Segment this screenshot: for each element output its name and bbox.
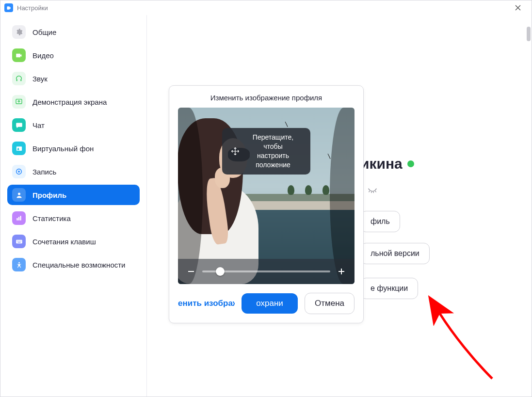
svg-rect-7 [18, 217, 19, 221]
sidebar-item-chat[interactable]: Чат [7, 115, 140, 135]
move-icon [231, 147, 240, 156]
sidebar-item-statistics[interactable]: Статистика [7, 208, 140, 228]
sidebar-item-accessibility[interactable]: Специальные возможности [7, 254, 140, 275]
sidebar-item-label: Звук [32, 75, 48, 83]
modal-title: Изменить изображение профиля [169, 86, 363, 108]
sidebar-item-profile[interactable]: Профиль [7, 185, 140, 205]
svg-rect-13 [20, 240, 21, 241]
gear-icon [12, 25, 26, 39]
accessibility-icon [12, 258, 26, 271]
person-icon [12, 188, 26, 202]
svg-point-2 [17, 148, 19, 149]
full-version-button[interactable]: льной версии [360, 243, 430, 264]
zoom-app-icon [4, 3, 13, 12]
cancel-button[interactable]: Отмена [305, 293, 355, 314]
image-crop-area[interactable]: 〵 〵 [178, 108, 355, 284]
sidebar-item-general[interactable]: Общие [7, 22, 140, 42]
svg-rect-6 [16, 218, 17, 221]
sidebar-item-label: Профиль [32, 191, 66, 199]
svg-rect-12 [19, 240, 20, 241]
stats-icon [12, 211, 26, 225]
sidebar-item-label: Видео [32, 51, 54, 60]
hide-icon[interactable] [368, 187, 377, 196]
keyboard-icon [12, 235, 26, 248]
sidebar-item-label: Демонстрация экрана [32, 98, 107, 106]
sidebar-item-label: Статистика [32, 214, 71, 222]
save-button[interactable]: охрани [242, 293, 298, 314]
share-screen-icon [12, 95, 26, 109]
sidebar-item-label: Сочетания клавиш [32, 238, 96, 246]
record-icon [12, 165, 26, 178]
svg-point-5 [18, 192, 20, 195]
content-scrollbar[interactable] [527, 27, 531, 41]
zoom-in-icon[interactable] [337, 267, 346, 276]
zoom-thumb[interactable] [216, 267, 225, 276]
svg-rect-9 [16, 239, 22, 243]
change-picture-modal: Изменить изображение профиля 〵 〵 [169, 85, 364, 323]
sidebar-item-recording[interactable]: Запись [7, 161, 140, 182]
sidebar-item-label: Общие [32, 28, 56, 36]
profile-name: икина [360, 156, 414, 172]
window-close-button[interactable] [508, 0, 528, 15]
sidebar-item-shortcuts[interactable]: Сочетания клавиш [7, 231, 140, 252]
settings-sidebar: Общие Видео Звук Демонстрация экрана [0, 15, 147, 397]
sidebar-item-label: Запись [32, 168, 56, 176]
zoom-out-icon[interactable] [187, 267, 195, 276]
edit-profile-button[interactable]: филь [360, 211, 400, 232]
sidebar-item-label: Виртуальный фон [32, 144, 94, 153]
svg-rect-11 [18, 240, 18, 241]
features-button[interactable]: е функции [360, 278, 418, 299]
titlebar: Настройки [0, 0, 532, 15]
zoom-slider[interactable] [178, 259, 355, 284]
drag-hint-tooltip: Перетащите, чтобынастроить положение [222, 128, 310, 175]
svg-rect-14 [17, 242, 20, 242]
settings-content: икина филь льной версии е функции Измени… [147, 15, 532, 397]
sidebar-item-virtual-background[interactable]: Виртуальный фон [7, 138, 140, 159]
svg-point-4 [18, 171, 20, 173]
svg-rect-10 [17, 240, 17, 241]
sidebar-item-video[interactable]: Видео [7, 45, 140, 65]
virtual-bg-icon [12, 142, 26, 155]
sidebar-item-label: Чат [32, 121, 45, 129]
headphones-icon [12, 72, 26, 85]
chat-icon [12, 118, 26, 132]
sidebar-item-label: Специальные возможности [32, 261, 126, 269]
svg-point-15 [18, 262, 20, 263]
zoom-track[interactable] [202, 270, 330, 272]
window-title: Настройки [17, 4, 48, 12]
sidebar-item-share-screen[interactable]: Демонстрация экрана [7, 92, 140, 112]
sidebar-item-audio[interactable]: Звук [7, 68, 140, 89]
svg-rect-8 [20, 216, 21, 220]
online-status-icon [407, 160, 414, 167]
change-image-link[interactable]: енить изображ [178, 299, 235, 308]
settings-window: Настройки Общие Видео [0, 0, 532, 397]
video-icon [12, 48, 26, 62]
